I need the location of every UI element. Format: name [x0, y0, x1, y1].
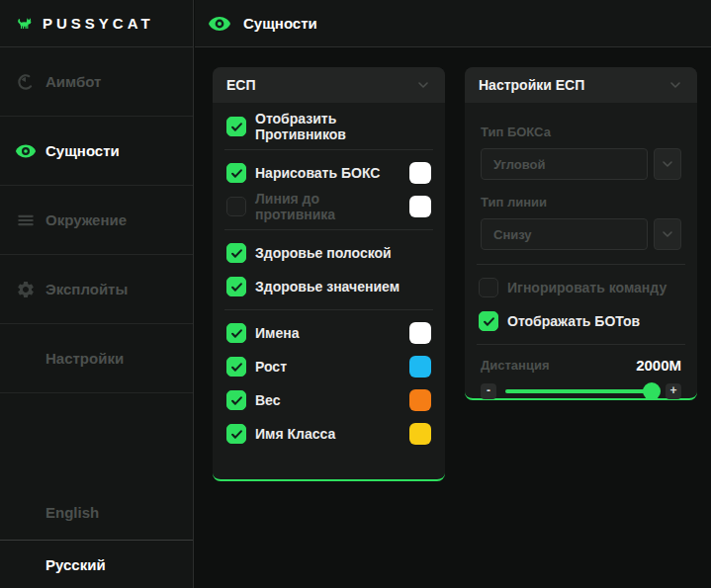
checkbox[interactable] [479, 278, 498, 297]
chevron-down-icon[interactable] [415, 77, 431, 93]
sidebar-item-aimbot[interactable]: Аимбот [0, 47, 193, 117]
sidebar: PUSSYCAT Аимбот Сущности [0, 0, 194, 588]
box-type-label: Тип БОКСа [481, 125, 681, 139]
sidebar-item-label: Аимбот [45, 73, 101, 90]
divider [477, 344, 685, 345]
checkbox[interactable] [226, 357, 246, 377]
sidebar-item-label: Настройки [45, 350, 124, 367]
slider-fill [505, 389, 652, 393]
color-swatch[interactable] [409, 196, 431, 217]
checkbox-label: Отображать БОТов [507, 313, 683, 329]
slider-thumb[interactable] [643, 382, 661, 400]
check-icon [229, 166, 244, 181]
checkbox-row: Здоровье полоской [213, 236, 445, 270]
menu-icon [14, 209, 38, 232]
check-icon [229, 326, 244, 341]
language-switcher: English Русский [0, 484, 193, 588]
slider-track[interactable] [505, 389, 657, 393]
language-item-english[interactable]: English [0, 484, 193, 541]
eye-icon [14, 139, 38, 163]
checkbox-row: Имена [213, 316, 445, 350]
esp-settings-header[interactable]: Настройки ЕСП [465, 67, 697, 103]
settings-icon-placeholder [14, 347, 38, 371]
checkbox[interactable] [479, 311, 498, 331]
color-swatch[interactable] [409, 423, 431, 445]
color-swatch[interactable] [409, 162, 431, 184]
divider [224, 309, 433, 310]
checkbox[interactable] [226, 323, 246, 343]
distance-plus-button[interactable]: + [666, 383, 681, 399]
checkbox-row: Вес [213, 383, 445, 417]
checkbox-label: Рост [255, 359, 400, 375]
box-type-field: Тип БОКСа Угловой [465, 125, 697, 180]
distance-minus-button[interactable]: - [481, 383, 496, 399]
checkbox[interactable] [226, 277, 246, 296]
line-type-label: Тип линии [481, 195, 681, 210]
checkbox-row: Здоровье значением [213, 270, 445, 303]
checkbox[interactable] [226, 197, 246, 216]
checkbox-label: Имя Класса [255, 426, 400, 442]
box-type-select-button[interactable] [654, 148, 681, 180]
checkbox-label: Здоровье полоской [255, 245, 431, 261]
chevron-down-icon [660, 226, 675, 242]
divider [224, 149, 433, 150]
distance-header: Дистанция 2000М [465, 357, 697, 374]
chevron-down-icon [660, 156, 675, 172]
checkbox[interactable] [226, 390, 246, 410]
distance-label: Дистанция [481, 358, 550, 373]
check-icon [229, 280, 244, 294]
esp-panel-title: ЕСП [226, 77, 256, 93]
sidebar-item-label: Эксплойты [45, 281, 128, 297]
checkbox-label: Отобразить Противников [255, 111, 431, 142]
eye-icon [208, 12, 231, 36]
brand-name: PUSSYCAT [43, 15, 154, 32]
line-type-select-button[interactable] [654, 218, 681, 250]
esp-panel-body: Отобразить Противников Нарисовать БОКС Л… [213, 103, 445, 451]
logo-row: PUSSYCAT [0, 0, 193, 47]
distance-slider: - + [465, 383, 697, 399]
checkbox[interactable] [226, 424, 246, 444]
check-icon [482, 314, 496, 329]
color-swatch[interactable] [409, 356, 431, 378]
checkbox-label: Линия до противника [255, 191, 400, 222]
color-swatch[interactable] [409, 389, 431, 411]
app-window: PUSSYCAT Аимбот Сущности [0, 0, 711, 588]
cat-logo-icon [17, 16, 33, 32]
check-icon [229, 120, 244, 134]
checkbox-row: Отображать БОТов [465, 304, 697, 338]
esp-settings-body: Тип БОКСа Угловой Тип линии Снизу [465, 103, 697, 399]
divider [224, 229, 433, 230]
esp-settings-panel: Настройки ЕСП Тип БОКСа Угловой Тип лини… [465, 67, 697, 400]
checkbox[interactable] [226, 163, 246, 183]
checkbox-row: Игнорировать команду [465, 271, 697, 304]
checkbox-label: Имена [255, 325, 400, 341]
line-type-select[interactable]: Снизу [481, 218, 648, 250]
esp-panel: ЕСП Отобразить Противников Нарисовать БО… [213, 67, 445, 481]
sidebar-item-label: Сущности [45, 142, 120, 159]
topbar: Сущности [195, 0, 711, 47]
checkbox-row: Имя Класса [213, 417, 445, 451]
check-icon [229, 360, 244, 375]
checkbox-label: Нарисовать БОКС [255, 165, 400, 181]
check-icon [229, 427, 244, 442]
sidebar-item-exploits[interactable]: Эксплойты [0, 255, 193, 324]
esp-panel-header[interactable]: ЕСП [213, 67, 445, 103]
language-item-russian[interactable]: Русский [0, 541, 193, 588]
color-swatch[interactable] [409, 322, 431, 344]
box-type-select[interactable]: Угловой [481, 148, 648, 180]
sidebar-item-settings[interactable]: Настройки [0, 324, 193, 393]
chevron-down-icon[interactable] [667, 77, 683, 93]
check-icon [229, 393, 244, 408]
esp-settings-title: Настройки ЕСП [479, 77, 584, 93]
checkbox-row: Нарисовать БОКС [213, 156, 445, 190]
sidebar-item-label: Окружение [45, 211, 127, 228]
checkbox-label: Вес [255, 392, 400, 408]
checkbox-label: Здоровье значением [255, 279, 431, 294]
checkbox-row: Рост [213, 350, 445, 383]
checkbox[interactable] [226, 243, 246, 263]
aimbot-icon [14, 70, 38, 94]
checkbox[interactable] [226, 117, 246, 136]
sidebar-item-entities[interactable]: Сущности [0, 117, 193, 186]
sidebar-item-environment[interactable]: Окружение [0, 186, 193, 255]
gear-icon [14, 278, 38, 301]
